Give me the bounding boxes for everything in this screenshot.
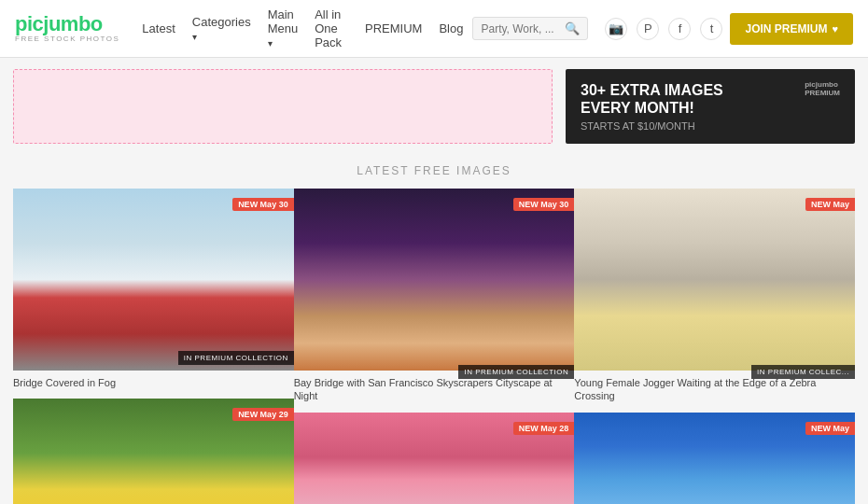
- banner-sub-text: STARTS AT $10/MONTH: [581, 120, 723, 132]
- image-card-jogger[interactable]: NEW May IN PREMIUM COLLEC... Young Femal…: [574, 189, 855, 413]
- nav-latest[interactable]: Latest: [142, 21, 175, 35]
- instagram-icon[interactable]: 📷: [605, 18, 627, 40]
- nav-all-in-one[interactable]: All in One Pack: [315, 7, 348, 49]
- new-badge-pink: NEW May 28: [513, 422, 575, 435]
- new-badge: NEW May 30: [232, 198, 294, 211]
- image-col-3: NEW May IN PREMIUM COLLEC... Young Femal…: [574, 189, 855, 504]
- logo[interactable]: picjumbo FREE STOCK PHOTOS: [15, 14, 119, 43]
- join-premium-button[interactable]: JOIN PREMIUM: [730, 13, 853, 45]
- image-title-bridge: Bridge Covered in Fog: [13, 371, 294, 399]
- facebook-icon[interactable]: f: [668, 18, 691, 40]
- new-badge-bay: NEW May 30: [513, 198, 575, 211]
- search-input[interactable]: [481, 22, 565, 35]
- image-grid: NEW May 30 IN PREMIUM COLLECTION Bridge …: [0, 189, 868, 504]
- image-bridge-fog: [13, 189, 294, 371]
- nav-premium[interactable]: PREMIUM: [365, 21, 422, 35]
- pinterest-icon[interactable]: P: [637, 18, 659, 40]
- new-badge-jogger: NEW May: [805, 198, 855, 211]
- image-card-spring[interactable]: NEW May 29 NEW PREMIUM PHOTO COLLECTION!…: [13, 399, 294, 504]
- banner-main-text: 30+ EXTRA IMAGES EVERY MONTH!: [581, 81, 723, 117]
- image-col-1: NEW May 30 IN PREMIUM COLLECTION Bridge …: [13, 189, 294, 504]
- collection-badge-bay: IN PREMIUM COLLECTION: [458, 365, 574, 379]
- banner-ad-left[interactable]: [13, 69, 553, 144]
- new-badge-tropical: NEW May: [805, 422, 855, 435]
- nav-blog[interactable]: Blog: [439, 21, 463, 35]
- banner-area: 30+ EXTRA IMAGES EVERY MONTH! STARTS AT …: [0, 58, 868, 155]
- collection-badge-jogger: IN PREMIUM COLLEC...: [751, 365, 855, 379]
- image-card-tropical[interactable]: NEW May Tropical Green: [574, 413, 855, 504]
- banner-premium-right[interactable]: 30+ EXTRA IMAGES EVERY MONTH! STARTS AT …: [566, 69, 855, 144]
- banner-text: 30+ EXTRA IMAGES EVERY MONTH! STARTS AT …: [581, 81, 723, 132]
- section-title: LATEST FREE IMAGES: [0, 155, 868, 189]
- banner-logo: picjumbo PREMIUM: [805, 80, 840, 97]
- nav-categories[interactable]: Categories: [192, 15, 251, 43]
- image-card-pink-flowers[interactable]: NEW May 28 Pink Flowers: [294, 413, 575, 504]
- social-icons: 📷 P f t: [605, 18, 722, 40]
- image-bay-bridge: [294, 189, 575, 371]
- header: picjumbo FREE STOCK PHOTOS Latest Catego…: [0, 0, 868, 58]
- main-nav: Latest Categories Main Menu All in One P…: [142, 7, 463, 49]
- image-jogger: [574, 189, 855, 371]
- collection-badge: IN PREMIUM COLLECTION: [178, 351, 294, 365]
- logo-sub: FREE STOCK PHOTOS: [15, 35, 119, 43]
- search-icon[interactable]: 🔍: [565, 21, 580, 35]
- logo-text: picjumbo: [15, 14, 119, 35]
- nav-main-menu[interactable]: Main Menu: [268, 7, 299, 49]
- image-card-bay-bridge[interactable]: NEW May 30 IN PREMIUM COLLECTION Bay Bri…: [294, 189, 575, 413]
- new-badge-spring: NEW May 29: [232, 408, 294, 421]
- image-col-2: NEW May 30 IN PREMIUM COLLECTION Bay Bri…: [294, 189, 575, 504]
- search-bar[interactable]: 🔍: [472, 17, 588, 40]
- image-card-bridge-fog[interactable]: NEW May 30 IN PREMIUM COLLECTION Bridge …: [13, 189, 294, 399]
- twitter-icon[interactable]: t: [700, 18, 722, 40]
